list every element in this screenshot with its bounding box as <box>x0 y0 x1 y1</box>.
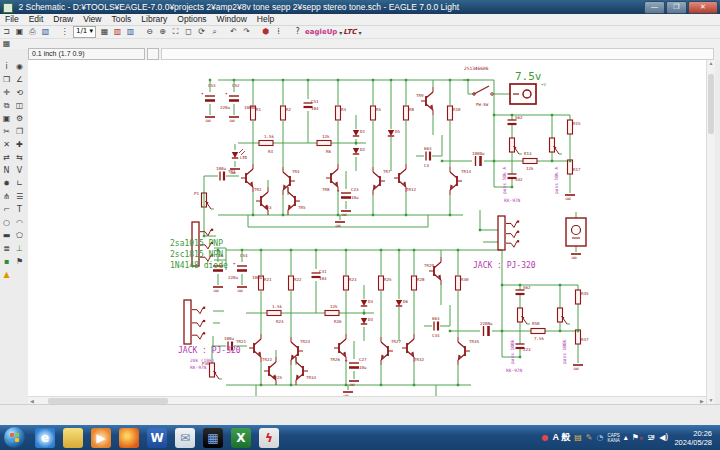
tool-mark-icon[interactable]: ∠ <box>13 73 26 86</box>
menu-library[interactable]: Library <box>136 14 172 25</box>
action-center-flag-icon[interactable]: ⚑✕ <box>632 433 643 442</box>
taskbar-explorer-folder-icon[interactable] <box>63 428 83 448</box>
tool-group-icon[interactable]: ▣ <box>0 112 13 125</box>
redo-icon[interactable]: ↷ <box>241 27 252 37</box>
tool-mirror-icon[interactable]: ◫ <box>13 99 26 112</box>
tool-name-icon[interactable]: N <box>0 164 13 177</box>
maximize-button[interactable]: ❐ <box>666 1 687 14</box>
menu-file[interactable]: File <box>0 14 24 25</box>
tool-add-icon[interactable]: ✚ <box>13 138 26 151</box>
zoom-select-area-icon[interactable]: ◻ <box>183 27 194 37</box>
junction <box>413 384 415 386</box>
taskbar-mail-icon[interactable]: ✉ <box>175 428 195 448</box>
grid-icon[interactable]: ▦ <box>99 27 110 37</box>
ime-pad-icon[interactable]: ✎ <box>586 433 593 442</box>
resistor <box>412 276 417 290</box>
volume-icon[interactable]: ◀) <box>659 433 668 442</box>
tool-cut-icon[interactable]: ✂ <box>0 125 13 138</box>
tool-polygon-icon[interactable]: ⬠ <box>13 229 26 242</box>
help-icon[interactable]: ? <box>292 27 303 37</box>
print-icon[interactable]: ⎙ <box>27 27 38 37</box>
menu-draw[interactable]: Draw <box>48 14 78 25</box>
tool-info-icon[interactable]: i <box>0 60 13 73</box>
vertical-scroll-thumb[interactable] <box>708 74 714 134</box>
taskbar-firefox-icon[interactable] <box>119 428 139 448</box>
ime-mode[interactable]: A 般 <box>553 431 571 444</box>
junction <box>449 79 451 81</box>
schematic-canvas[interactable]: +++GNDGNDGNDGNDGNDC53220uC521000uR1R2C51… <box>28 60 706 396</box>
start-button[interactable] <box>4 427 25 448</box>
open-board-icon[interactable]: ⊐ <box>1 27 12 37</box>
layer-red-icon[interactable]: ▥ <box>112 27 123 37</box>
cam-processor-icon[interactable]: ▧ <box>40 27 51 37</box>
tool-delete-icon[interactable]: ✕ <box>0 138 13 151</box>
scroll-up-icon[interactable]: ▲ <box>707 60 715 67</box>
zoom-fit-icon[interactable]: ⛶ <box>170 27 181 37</box>
tool-smash-icon[interactable]: ✸ <box>0 177 13 190</box>
layer-blue-icon[interactable]: ▥ <box>125 27 136 37</box>
taskbar-internet-explorer-icon[interactable]: e <box>35 428 55 448</box>
tool-text-icon[interactable]: T <box>13 203 26 216</box>
tool-invoke-icon[interactable]: ☰ <box>13 190 26 203</box>
tool-change-icon[interactable]: ⚙ <box>13 112 26 125</box>
tool-value-icon[interactable]: V <box>13 164 26 177</box>
tool-erc-icon[interactable]: ▲ <box>0 268 13 281</box>
run-script-icon[interactable]: ⁞ <box>273 27 284 37</box>
taskbar-word-icon[interactable]: W <box>147 428 167 448</box>
scroll-down-icon[interactable]: ▼ <box>707 397 715 404</box>
tool-paste-icon[interactable]: ❐ <box>13 125 26 138</box>
taskbar-becky-mail-icon[interactable]: ϟ <box>259 428 279 448</box>
eagleup-plugin-button[interactable]: eagleUp <box>305 27 337 37</box>
tray-app-icon[interactable]: ● <box>542 433 549 442</box>
tool-copy-icon[interactable]: ⧉ <box>0 99 13 112</box>
zoom-in-icon[interactable]: ⊕ <box>157 27 168 37</box>
minimize-button[interactable]: — <box>644 1 665 14</box>
tool-miter-icon[interactable]: ∟ <box>13 177 26 190</box>
menu-help[interactable]: Help <box>252 14 279 25</box>
ime-toolbar-icon[interactable]: ▤ <box>574 433 582 442</box>
zoom-redraw-icon[interactable]: ⟳ <box>196 27 207 37</box>
taskbar-photo-app-icon[interactable]: ▦ <box>203 428 223 448</box>
menu-tools[interactable]: Tools <box>106 14 136 25</box>
menu-window[interactable]: Window <box>212 14 252 25</box>
clock[interactable]: 20:26 2024/05/28 <box>674 429 712 447</box>
show-hidden-icons-icon[interactable]: ▴ <box>624 433 628 442</box>
tool-move-icon[interactable]: ✛ <box>0 86 13 99</box>
ltc-spice-button[interactable]: LTC <box>343 27 356 37</box>
title-bar[interactable]: 2 Schematic - D:¥TOOLS¥EAGLE-7.0.0¥proje… <box>0 0 720 14</box>
taskbar-media-player-icon[interactable]: ▶ <box>91 428 111 448</box>
tool-bus-icon[interactable]: ≣ <box>0 242 13 255</box>
tool-gateswap-icon[interactable]: ⇆ <box>13 151 26 164</box>
stop-icon[interactable]: ⬢ <box>260 27 271 37</box>
menu-view[interactable]: View <box>78 14 106 25</box>
menu-options[interactable]: Options <box>172 14 211 25</box>
tool-show-icon[interactable]: ◉ <box>13 60 26 73</box>
tool-junction-icon[interactable]: ▪ <box>0 255 13 268</box>
zoom-out-icon[interactable]: ⊖ <box>144 27 155 37</box>
taskbar-excel-icon[interactable]: X <box>231 428 251 448</box>
tool-display-icon[interactable]: ❒ <box>0 73 13 86</box>
vertical-scrollbar[interactable]: ▲ ▼ <box>706 60 715 404</box>
zoom-last-icon[interactable]: ⌕ <box>209 27 220 37</box>
menu-edit[interactable]: Edit <box>24 14 49 25</box>
tool-split-icon[interactable]: ⋔ <box>0 190 13 203</box>
ime-help-icon[interactable]: ◔ <box>597 433 604 442</box>
tool-pinswap-icon[interactable]: ⇄ <box>0 151 13 164</box>
tool-wire-icon[interactable]: ⌐ <box>0 203 13 216</box>
command-input[interactable] <box>161 48 714 60</box>
network-icon[interactable]: 🖳 <box>647 433 655 442</box>
eagleup-dropdown-icon[interactable]: ▾ <box>339 29 342 36</box>
info-icon[interactable]: ⋮ <box>59 27 70 37</box>
ltc-dropdown-icon[interactable]: ▾ <box>359 29 362 36</box>
tool-circle-icon[interactable]: ○ <box>0 216 13 229</box>
zoom-scale-select[interactable]: 1/1 ▾ <box>73 26 96 38</box>
tool-net-icon[interactable]: ⊥ <box>13 242 26 255</box>
tool-arc-icon[interactable]: ◠ <box>13 216 26 229</box>
tool-label-icon[interactable]: ⚑ <box>13 255 26 268</box>
close-button[interactable]: ✕ <box>688 1 718 14</box>
save-icon[interactable]: ▣ <box>14 27 25 37</box>
tool-rotate-icon[interactable]: ⟲ <box>13 86 26 99</box>
tool-rect-icon[interactable]: ▬ <box>0 229 13 242</box>
undo-icon[interactable]: ↶ <box>228 27 239 37</box>
grid-params-button[interactable]: ▦ <box>1 39 12 49</box>
